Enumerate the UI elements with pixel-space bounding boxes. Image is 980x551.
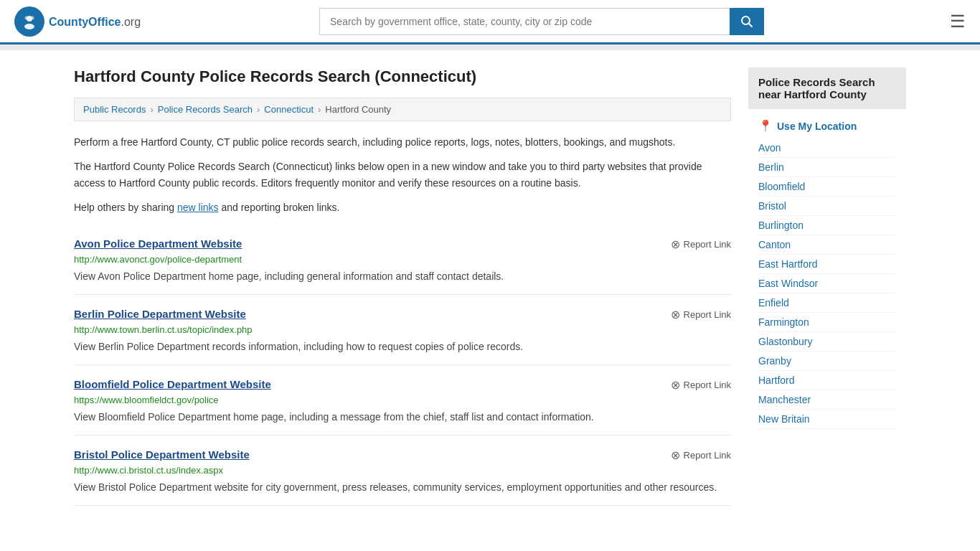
result-url-0[interactable]: http://www.avonct.gov/police-department: [74, 254, 731, 265]
sidebar-list-item: Bloomfield: [758, 177, 896, 197]
search-input[interactable]: [319, 8, 730, 35]
result-header: Bristol Police Department Website ⊗ Repo…: [74, 448, 731, 462]
result-header: Bloomfield Police Department Website ⊗ R…: [74, 378, 731, 392]
report-link-label-0: Report Link: [684, 239, 731, 250]
breadcrumb-connecticut[interactable]: Connecticut: [264, 104, 314, 115]
sidebar-link-enfield[interactable]: Enfield: [758, 297, 789, 309]
sidebar-link-granby[interactable]: Granby: [758, 355, 791, 367]
sidebar-header: Police Records Search near Hartford Coun…: [748, 67, 906, 109]
svg-point-3: [25, 16, 29, 19]
sidebar-link-hartford[interactable]: Hartford: [758, 375, 795, 386]
results-list: Avon Police Department Website ⊗ Report …: [74, 225, 731, 506]
search-bar: [319, 8, 764, 35]
result-header: Berlin Police Department Website ⊗ Repor…: [74, 308, 731, 321]
result-url-1[interactable]: http://www.town.berlin.ct.us/topic/index…: [74, 324, 731, 335]
sidebar-link-avon[interactable]: Avon: [758, 142, 781, 154]
report-link-button-0[interactable]: ⊗ Report Link: [671, 237, 731, 251]
svg-point-2: [24, 24, 34, 29]
breadcrumb-public-records[interactable]: Public Records: [83, 104, 146, 115]
logo[interactable]: CountyOffice.org: [14, 6, 141, 37]
result-title-1[interactable]: Berlin Police Department Website: [74, 308, 246, 320]
sub-header-band: [0, 44, 980, 50]
search-button[interactable]: [730, 8, 764, 35]
search-icon: [740, 15, 753, 28]
sidebar-list-item: East Hartford: [758, 255, 896, 274]
logo-icon: [14, 6, 44, 37]
result-desc-1: View Berlin Police Department records in…: [74, 339, 731, 354]
sidebar-link-canton[interactable]: Canton: [758, 239, 791, 250]
result-header: Avon Police Department Website ⊗ Report …: [74, 237, 731, 251]
sidebar-list-item: Berlin: [758, 158, 896, 177]
result-card: Berlin Police Department Website ⊗ Repor…: [74, 295, 731, 365]
sidebar-list-item: Enfield: [758, 293, 896, 313]
sidebar-list-item: East Windsor: [758, 274, 896, 293]
description-2: The Hartford County Police Records Searc…: [74, 159, 731, 191]
report-link-icon-0: ⊗: [671, 237, 680, 251]
sidebar-list-item: Glastonbury: [758, 332, 896, 352]
result-title-2[interactable]: Bloomfield Police Department Website: [74, 378, 271, 390]
sidebar-link-east-hartford[interactable]: East Hartford: [758, 258, 817, 270]
sidebar-list-item: New Britain: [758, 410, 896, 429]
sidebar-list-item: Farmington: [758, 313, 896, 332]
report-link-icon-1: ⊗: [671, 308, 680, 321]
new-links-link[interactable]: new links: [177, 202, 219, 213]
sidebar-list-item: Manchester: [758, 390, 896, 410]
result-card: Bloomfield Police Department Website ⊗ R…: [74, 365, 731, 435]
sidebar-list-item: Hartford: [758, 371, 896, 390]
sidebar-link-manchester[interactable]: Manchester: [758, 394, 811, 405]
page-title: Hartford County Police Records Search (C…: [74, 67, 731, 86]
report-link-button-2[interactable]: ⊗ Report Link: [671, 378, 731, 392]
header-right: ☰: [943, 11, 966, 32]
sidebar-link-bloomfield[interactable]: Bloomfield: [758, 181, 805, 192]
result-url-3[interactable]: http://www.ci.bristol.ct.us/index.aspx: [74, 465, 731, 476]
use-my-location[interactable]: 📍 Use My Location: [748, 112, 906, 138]
sidebar-links-list: AvonBerlinBloomfieldBristolBurlingtonCan…: [748, 138, 906, 429]
breadcrumb: Public Records › Police Records Search ›…: [74, 98, 731, 121]
svg-point-4: [31, 16, 34, 19]
sidebar-link-burlington[interactable]: Burlington: [758, 220, 804, 231]
report-link-label-1: Report Link: [684, 309, 731, 320]
result-desc-3: View Bristol Police Department website f…: [74, 480, 731, 495]
report-link-icon-3: ⊗: [671, 448, 680, 462]
result-card: Avon Police Department Website ⊗ Report …: [74, 225, 731, 295]
breadcrumb-current: Hartford County: [325, 104, 391, 115]
content-area: Hartford County Police Records Search (C…: [74, 67, 731, 506]
breadcrumb-police-records-search[interactable]: Police Records Search: [158, 104, 253, 115]
site-header: CountyOffice.org ☰: [0, 0, 980, 44]
main-container: Hartford County Police Records Search (C…: [60, 50, 920, 523]
result-card: Bristol Police Department Website ⊗ Repo…: [74, 435, 731, 506]
result-title-3[interactable]: Bristol Police Department Website: [74, 448, 250, 461]
hamburger-menu-button[interactable]: ☰: [950, 11, 966, 32]
result-title-0[interactable]: Avon Police Department Website: [74, 237, 242, 250]
sidebar-list-item: Granby: [758, 352, 896, 371]
result-url-2[interactable]: https://www.bloomfieldct.gov/police: [74, 395, 731, 405]
report-link-button-1[interactable]: ⊗ Report Link: [671, 308, 731, 321]
sidebar-link-farmington[interactable]: Farmington: [758, 316, 809, 328]
svg-line-6: [749, 23, 753, 27]
description-1: Perform a free Hartford County, CT publi…: [74, 134, 731, 150]
sidebar-link-new-britain[interactable]: New Britain: [758, 413, 810, 425]
location-pin-icon: 📍: [758, 119, 773, 133]
sidebar-list-item: Burlington: [758, 216, 896, 235]
sidebar-list-item: Canton: [758, 235, 896, 255]
report-link-label-2: Report Link: [684, 380, 731, 390]
description-3: Help others by sharing new links and rep…: [74, 199, 731, 215]
sidebar-link-bristol[interactable]: Bristol: [758, 200, 786, 212]
report-link-label-3: Report Link: [684, 450, 731, 461]
report-link-button-3[interactable]: ⊗ Report Link: [671, 448, 731, 462]
result-desc-2: View Bloomfield Police Department home p…: [74, 410, 731, 425]
sidebar-link-berlin[interactable]: Berlin: [758, 161, 784, 173]
sidebar-list-item: Bristol: [758, 197, 896, 216]
sidebar-link-glastonbury[interactable]: Glastonbury: [758, 336, 812, 347]
sidebar-list-item: Avon: [758, 138, 896, 158]
sidebar-link-east-windsor[interactable]: East Windsor: [758, 278, 818, 289]
report-link-icon-2: ⊗: [671, 378, 680, 392]
logo-text: CountyOffice.org: [49, 13, 141, 29]
sidebar: Police Records Search near Hartford Coun…: [748, 67, 906, 506]
result-desc-0: View Avon Police Department home page, i…: [74, 269, 731, 284]
